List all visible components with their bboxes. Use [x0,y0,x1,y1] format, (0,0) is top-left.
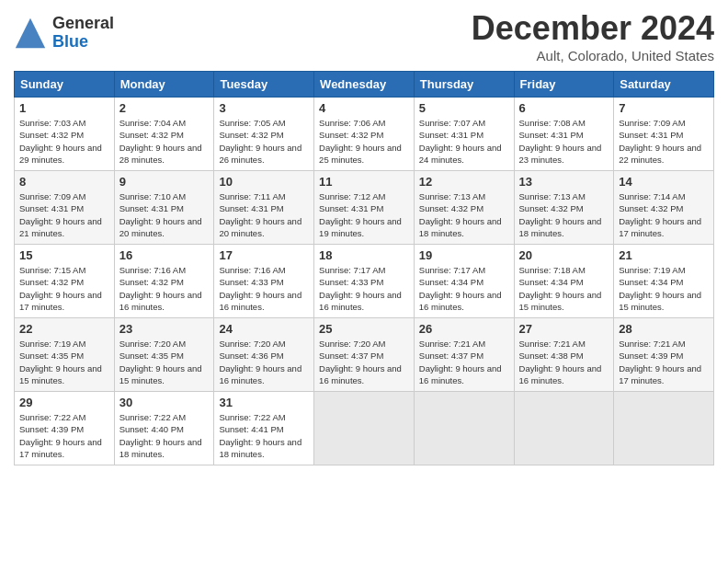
logo-icon [14,17,47,50]
day-info: Sunrise: 7:13 AMSunset: 4:32 PMDaylight:… [419,191,502,238]
calendar-cell: 30Sunrise: 7:22 AMSunset: 4:40 PMDayligh… [114,392,214,465]
day-info: Sunrise: 7:05 AMSunset: 4:32 PMDaylight:… [219,118,301,165]
day-number: 9 [119,175,210,189]
day-info: Sunrise: 7:20 AMSunset: 4:37 PMDaylight:… [319,339,402,385]
day-number: 14 [619,175,709,189]
day-info: Sunrise: 7:18 AMSunset: 4:34 PMDaylight:… [519,265,602,312]
calendar-cell: 6Sunrise: 7:08 AMSunset: 4:31 PMDaylight… [514,98,614,171]
day-info: Sunrise: 7:10 AMSunset: 4:31 PMDaylight:… [119,191,202,238]
day-info: Sunrise: 7:12 AMSunset: 4:31 PMDaylight:… [319,191,402,238]
day-info: Sunrise: 7:16 AMSunset: 4:33 PMDaylight:… [219,265,301,312]
day-number: 2 [119,101,210,115]
calendar-cell: 7Sunrise: 7:09 AMSunset: 4:31 PMDaylight… [614,98,714,171]
calendar-cell: 11Sunrise: 7:12 AMSunset: 4:31 PMDayligh… [314,171,415,245]
day-info: Sunrise: 7:03 AMSunset: 4:32 PMDaylight:… [19,118,102,165]
calendar-cell: 5Sunrise: 7:07 AMSunset: 4:31 PMDaylight… [414,98,514,171]
day-number: 19 [419,248,509,262]
day-info: Sunrise: 7:09 AMSunset: 4:31 PMDaylight:… [619,118,701,165]
calendar-cell: 20Sunrise: 7:18 AMSunset: 4:34 PMDayligh… [514,245,614,318]
logo: General Blue [14,15,114,52]
calendar-cell: 1Sunrise: 7:03 AMSunset: 4:32 PMDaylight… [15,98,115,171]
day-number: 31 [219,396,309,409]
calendar-week-1: 1Sunrise: 7:03 AMSunset: 4:32 PMDaylight… [15,98,714,171]
calendar-cell: 23Sunrise: 7:20 AMSunset: 4:35 PMDayligh… [114,318,214,392]
calendar-week-5: 29Sunrise: 7:22 AMSunset: 4:39 PMDayligh… [15,392,714,465]
calendar-header-row: SundayMondayTuesdayWednesdayThursdayFrid… [15,72,714,98]
day-info: Sunrise: 7:11 AMSunset: 4:31 PMDaylight:… [219,191,301,238]
calendar-cell: 17Sunrise: 7:16 AMSunset: 4:33 PMDayligh… [214,245,314,318]
day-number: 1 [19,101,109,115]
col-header-sunday: Sunday [15,72,115,98]
day-info: Sunrise: 7:19 AMSunset: 4:34 PMDaylight:… [619,265,701,312]
day-number: 20 [519,248,609,262]
day-info: Sunrise: 7:14 AMSunset: 4:32 PMDaylight:… [619,191,701,238]
day-number: 3 [219,101,309,115]
calendar-cell: 28Sunrise: 7:21 AMSunset: 4:39 PMDayligh… [614,318,714,392]
day-info: Sunrise: 7:20 AMSunset: 4:35 PMDaylight:… [119,339,202,385]
calendar-table: SundayMondayTuesdayWednesdayThursdayFrid… [14,71,714,465]
col-header-saturday: Saturday [614,72,714,98]
calendar-cell: 21Sunrise: 7:19 AMSunset: 4:34 PMDayligh… [614,245,714,318]
day-info: Sunrise: 7:04 AMSunset: 4:32 PMDaylight:… [119,118,202,165]
day-number: 8 [19,175,109,189]
day-number: 22 [19,322,109,336]
calendar-cell [614,392,714,465]
day-number: 4 [319,101,409,115]
day-info: Sunrise: 7:17 AMSunset: 4:33 PMDaylight:… [319,265,402,312]
day-info: Sunrise: 7:09 AMSunset: 4:31 PMDaylight:… [19,191,102,238]
calendar-cell [514,392,614,465]
day-number: 6 [519,101,609,115]
day-number: 11 [319,175,409,189]
calendar-week-3: 15Sunrise: 7:15 AMSunset: 4:32 PMDayligh… [15,245,714,318]
day-info: Sunrise: 7:13 AMSunset: 4:32 PMDaylight:… [519,191,602,238]
calendar-cell: 16Sunrise: 7:16 AMSunset: 4:32 PMDayligh… [114,245,214,318]
day-number: 25 [319,322,409,336]
day-info: Sunrise: 7:21 AMSunset: 4:38 PMDaylight:… [519,339,602,385]
day-number: 27 [519,322,609,336]
day-number: 12 [419,175,509,189]
day-info: Sunrise: 7:21 AMSunset: 4:39 PMDaylight:… [619,339,701,385]
col-header-thursday: Thursday [414,72,514,98]
day-number: 16 [119,248,210,262]
day-number: 26 [419,322,509,336]
calendar-cell: 2Sunrise: 7:04 AMSunset: 4:32 PMDaylight… [114,98,214,171]
location-title: Ault, Colorado, United States [472,48,714,63]
calendar-cell: 18Sunrise: 7:17 AMSunset: 4:33 PMDayligh… [314,245,415,318]
calendar-cell: 8Sunrise: 7:09 AMSunset: 4:31 PMDaylight… [15,171,115,245]
calendar-cell: 12Sunrise: 7:13 AMSunset: 4:32 PMDayligh… [414,171,514,245]
col-header-monday: Monday [114,72,214,98]
day-number: 10 [219,175,309,189]
day-info: Sunrise: 7:16 AMSunset: 4:32 PMDaylight:… [119,265,202,312]
calendar-cell: 3Sunrise: 7:05 AMSunset: 4:32 PMDaylight… [214,98,314,171]
calendar-cell: 14Sunrise: 7:14 AMSunset: 4:32 PMDayligh… [614,171,714,245]
page-header: General Blue December 2024 Ault, Colorad… [14,9,714,63]
month-title: December 2024 [472,9,714,48]
col-header-friday: Friday [514,72,614,98]
calendar-cell: 31Sunrise: 7:22 AMSunset: 4:41 PMDayligh… [214,392,314,465]
calendar-cell: 29Sunrise: 7:22 AMSunset: 4:39 PMDayligh… [15,392,115,465]
col-header-tuesday: Tuesday [214,72,314,98]
day-number: 29 [19,396,109,409]
calendar-cell: 26Sunrise: 7:21 AMSunset: 4:37 PMDayligh… [414,318,514,392]
calendar-week-4: 22Sunrise: 7:19 AMSunset: 4:35 PMDayligh… [15,318,714,392]
calendar-cell: 24Sunrise: 7:20 AMSunset: 4:36 PMDayligh… [214,318,314,392]
day-info: Sunrise: 7:22 AMSunset: 4:40 PMDaylight:… [119,412,202,459]
col-header-wednesday: Wednesday [314,72,415,98]
calendar-cell: 22Sunrise: 7:19 AMSunset: 4:35 PMDayligh… [15,318,115,392]
calendar-cell [314,392,415,465]
day-info: Sunrise: 7:22 AMSunset: 4:41 PMDaylight:… [219,412,301,459]
day-info: Sunrise: 7:06 AMSunset: 4:32 PMDaylight:… [319,118,402,165]
day-info: Sunrise: 7:20 AMSunset: 4:36 PMDaylight:… [219,339,301,385]
day-number: 28 [619,322,709,336]
day-number: 18 [319,248,409,262]
day-info: Sunrise: 7:22 AMSunset: 4:39 PMDaylight:… [19,412,102,459]
logo-blue-text: Blue [52,33,114,52]
calendar-cell: 9Sunrise: 7:10 AMSunset: 4:31 PMDaylight… [114,171,214,245]
day-info: Sunrise: 7:07 AMSunset: 4:31 PMDaylight:… [419,118,502,165]
svg-marker-0 [16,18,45,48]
day-info: Sunrise: 7:17 AMSunset: 4:34 PMDaylight:… [419,265,502,312]
logo-general-text: General [52,15,114,33]
day-number: 30 [119,396,210,409]
day-number: 17 [219,248,309,262]
calendar-week-2: 8Sunrise: 7:09 AMSunset: 4:31 PMDaylight… [15,171,714,245]
